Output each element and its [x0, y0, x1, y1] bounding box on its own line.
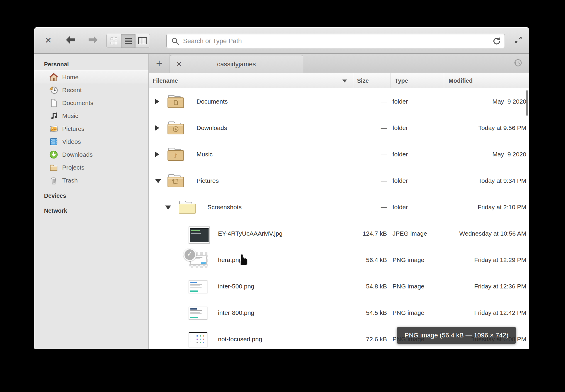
file-size: —	[336, 124, 387, 131]
file-type: PNG image	[393, 309, 424, 316]
collapse-arrow-icon[interactable]	[165, 205, 171, 209]
sidebar-item-pictures[interactable]: Pictures	[34, 122, 148, 135]
file-list: Documents—folderMay 9 2020Downloads—fold…	[149, 88, 529, 349]
file-row[interactable]: inter-800.png54.5 kBPNG imageFriday at 1…	[149, 300, 529, 326]
pointer-hand-cursor: ☛	[236, 253, 253, 266]
new-tab-button[interactable]: +	[149, 54, 170, 73]
sidebar: PersonalHomeRecentDocumentsMusicPictures…	[34, 54, 149, 349]
file-row[interactable]: EY-4RTyUcAAArMV.jpg124.7 kBJPEG imageWed…	[149, 220, 529, 247]
headerbar: ✕	[34, 27, 529, 54]
file-size: 54.8 kB	[336, 283, 387, 290]
selected-check-badge	[183, 248, 196, 261]
collapse-arrow-icon[interactable]	[155, 179, 161, 183]
sidebar-item-documents[interactable]: Documents	[34, 97, 148, 109]
expand-icon	[514, 36, 522, 44]
file-type: PNG image	[393, 256, 424, 263]
column-header-filename[interactable]: Filename	[153, 77, 178, 84]
column-header-size[interactable]: Size	[357, 77, 369, 84]
sidebar-item-recent[interactable]: Recent	[34, 84, 148, 97]
file-modified: Today at 9:56 PM	[429, 124, 526, 131]
file-name: Screenshots	[207, 204, 242, 211]
file-modified: Friday at 12:29 PM	[429, 256, 526, 263]
view-column-button[interactable]	[136, 34, 150, 48]
sidebar-item-projects[interactable]: Projects	[34, 161, 148, 174]
file-name: Pictures	[197, 177, 219, 184]
file-modified: Friday at 2:10 PM	[429, 204, 526, 211]
sidebar-item-label: Recent	[62, 87, 82, 94]
view-list-button[interactable]	[121, 34, 136, 48]
file-row[interactable]: hera.png56.4 kBPNG imageFriday at 12:29 …	[149, 247, 529, 273]
file-name: inter-800.png	[218, 309, 254, 316]
file-size: 72.6 kB	[336, 336, 387, 343]
file-modified: May 9 2020	[429, 98, 526, 105]
home-icon	[49, 72, 58, 82]
sidebar-item-trash[interactable]: Trash	[34, 174, 148, 187]
open-folder-icon	[177, 200, 196, 214]
sidebar-item-home[interactable]: Home	[34, 70, 148, 84]
refresh-button[interactable]	[492, 37, 501, 45]
search-input[interactable]	[182, 37, 492, 45]
file-type: PNG image	[393, 283, 424, 290]
search-icon	[171, 37, 180, 45]
active-tab[interactable]: ✕ cassidyjames	[170, 55, 303, 73]
path-search-bar	[166, 34, 505, 48]
sidebar-section-header-devices: Devices	[44, 189, 66, 202]
document-icon	[49, 98, 58, 108]
sidebar-item-label: Videos	[62, 138, 81, 145]
png-window-thumbnail	[189, 332, 207, 347]
fullscreen-button[interactable]	[514, 36, 522, 45]
png-card-thumbnail	[189, 307, 207, 320]
sidebar-item-label: Projects	[62, 164, 84, 171]
column-view-icon	[138, 37, 147, 44]
videos-icon	[49, 137, 58, 146]
folder-icon: ♪	[167, 148, 184, 161]
column-divider[interactable]	[390, 73, 390, 88]
view-grid-button[interactable]	[107, 34, 121, 48]
view-switcher	[106, 34, 150, 48]
history-button[interactable]	[512, 58, 523, 69]
file-modified: Today at 9:34 PM	[429, 177, 526, 184]
column-header-type[interactable]: Type	[395, 77, 408, 84]
file-name: Downloads	[197, 124, 227, 131]
back-arrow-icon	[65, 36, 76, 44]
file-row[interactable]: Documents—folderMay 9 2020	[149, 88, 529, 115]
grid-view-icon	[111, 38, 117, 44]
window-close-button[interactable]: ✕	[45, 36, 52, 45]
file-name: Documents	[197, 98, 228, 105]
sidebar-item-music[interactable]: Music	[34, 109, 148, 122]
file-size: 54.5 kB	[336, 309, 387, 316]
file-name: Music	[197, 151, 213, 158]
file-type: folder	[393, 124, 408, 131]
history-clock-icon	[512, 58, 523, 68]
file-modified: Wednesday at 10:56 AM	[429, 230, 526, 237]
file-modified: May 9 2020	[429, 151, 526, 158]
sidebar-item-label: Trash	[62, 177, 78, 184]
column-header-modified[interactable]: Modified	[449, 77, 473, 84]
sidebar-item-label: Home	[62, 74, 79, 81]
sidebar-item-videos[interactable]: Videos	[34, 135, 148, 148]
folder-icon	[167, 95, 184, 108]
expand-arrow-icon[interactable]	[155, 125, 159, 131]
pictures-icon	[49, 124, 58, 134]
file-row[interactable]: ♪Music—folderMay 9 2020	[149, 141, 529, 168]
file-row[interactable]: Pictures—folderToday at 9:34 PM	[149, 168, 529, 194]
file-row[interactable]: Downloads—folderToday at 9:56 PM	[149, 115, 529, 141]
column-divider[interactable]	[354, 73, 354, 88]
sidebar-item-downloads[interactable]: Downloads	[34, 148, 148, 161]
column-divider[interactable]	[444, 73, 444, 88]
file-name: inter-500.png	[218, 283, 254, 290]
expand-arrow-icon[interactable]	[155, 152, 159, 157]
file-size: —	[336, 177, 387, 184]
forward-button[interactable]	[88, 36, 98, 45]
sidebar-section-header-network: Network	[44, 204, 67, 217]
file-type: folder	[393, 151, 408, 158]
back-button[interactable]	[65, 36, 76, 45]
file-type: JPEG image	[393, 230, 427, 237]
sidebar-item-label: Downloads	[62, 151, 93, 158]
expand-arrow-icon[interactable]	[155, 99, 159, 104]
file-size: —	[336, 204, 387, 211]
file-row[interactable]: inter-500.png54.8 kBPNG imageFriday at 1…	[149, 273, 529, 300]
file-modified: Friday at 12:36 PM	[429, 283, 526, 290]
sidebar-item-label: Documents	[62, 99, 93, 107]
file-row[interactable]: Screenshots—folderFriday at 2:10 PM	[149, 194, 529, 220]
